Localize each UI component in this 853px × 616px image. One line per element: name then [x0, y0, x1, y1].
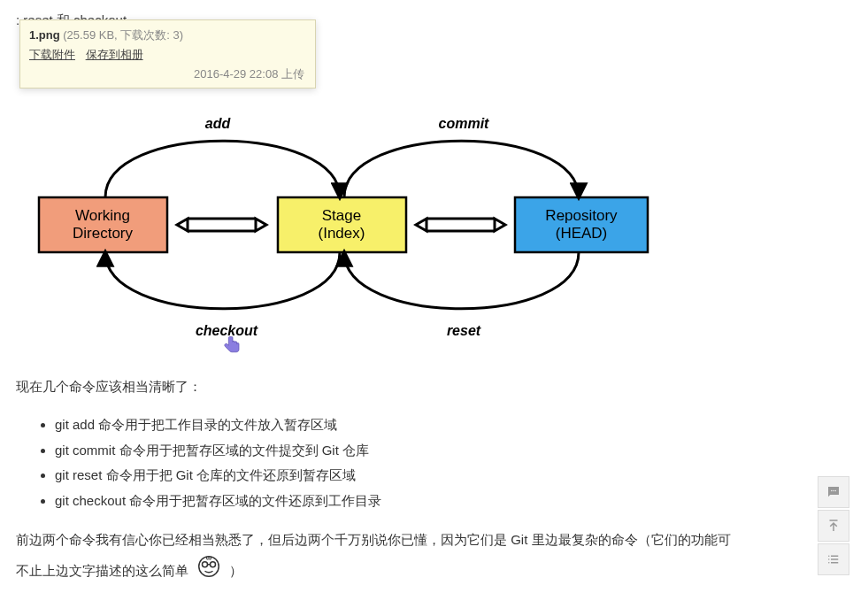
- svg-text:Directory: Directory: [73, 225, 134, 242]
- hand-cursor-icon: [220, 334, 245, 358]
- svg-text:add: add: [205, 116, 232, 131]
- paragraph-intro: 现在几个命令应该相当清晰了：: [16, 374, 837, 398]
- svg-text:(Index): (Index): [319, 225, 365, 242]
- list-item: git commit 命令用于把暂存区域的文件提交到 Git 仓库: [55, 438, 837, 464]
- svg-point-25: [828, 558, 830, 560]
- svg-point-22: [833, 490, 834, 492]
- svg-text:Repository: Repository: [545, 207, 618, 224]
- paragraph-explain: 前边两个命令我有信心你已经相当熟悉了，但后边两个千万别说你已懂，因为它们是 Gi…: [16, 527, 837, 593]
- svg-point-24: [828, 556, 830, 558]
- list-item: git add 命令用于把工作目录的文件放入暂存区域: [55, 412, 837, 438]
- attachment-tooltip: 1.png (25.59 KB, 下载次数: 3) 下载附件 保存到相册 201…: [19, 19, 316, 89]
- svg-point-18: [203, 562, 208, 567]
- svg-text:commit: commit: [439, 116, 490, 131]
- git-diagram: Working Directory Stage (Index) Reposito…: [21, 109, 676, 357]
- comment-button[interactable]: [818, 476, 849, 508]
- face-icon: [196, 551, 222, 593]
- svg-point-23: [835, 490, 837, 492]
- download-link[interactable]: 下载附件: [29, 48, 75, 61]
- save-to-album-link[interactable]: 保存到相册: [86, 48, 143, 61]
- tooltip-date: 2016-4-29 22:08 上传: [194, 66, 304, 82]
- command-list: git add 命令用于把工作目录的文件放入暂存区域 git commit 命令…: [55, 412, 837, 513]
- list-button[interactable]: [818, 543, 849, 575]
- list-item: git reset 命令用于把 Git 仓库的文件还原到暂存区域: [55, 463, 837, 489]
- svg-text:reset: reset: [447, 323, 481, 338]
- scroll-top-button[interactable]: [818, 510, 849, 542]
- paragraph-summary: 先给大家重点讲解 reset 命令，checkout 命令在分支管理中再细讲。: [16, 612, 837, 616]
- svg-point-21: [831, 490, 833, 492]
- svg-point-26: [828, 562, 830, 564]
- svg-text:Stage: Stage: [322, 207, 361, 224]
- svg-text:Working: Working: [75, 207, 130, 224]
- svg-point-19: [211, 562, 216, 567]
- tooltip-meta: (25.59 KB, 下载次数: 3): [60, 28, 183, 42]
- tooltip-filename: 1.png: [29, 28, 60, 42]
- list-item: git checkout 命令用于把暂存区域的文件还原到工作目录: [55, 489, 837, 514]
- floating-sidebar: [818, 476, 851, 577]
- svg-text:(HEAD): (HEAD): [556, 225, 608, 242]
